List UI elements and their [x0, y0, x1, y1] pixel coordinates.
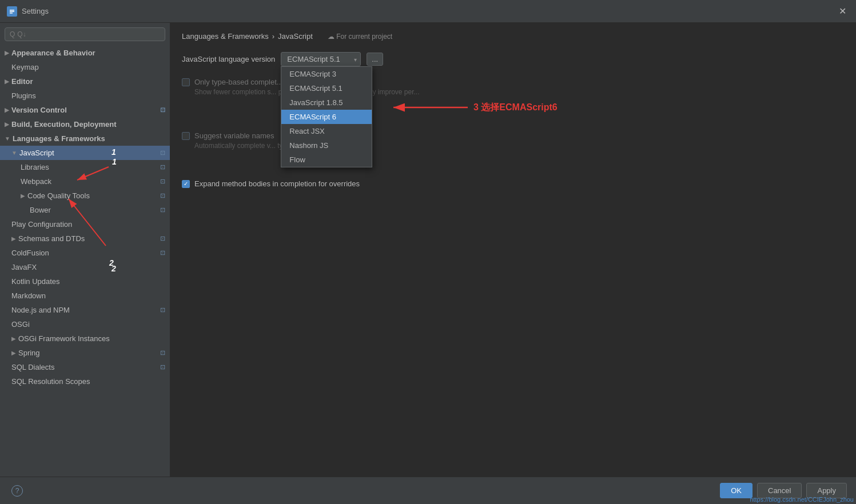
dropdown-item-nashorn[interactable]: Nashorn JS — [281, 138, 372, 153]
sidebar-item-label: Markdown — [11, 291, 46, 300]
sidebar-item-code-quality[interactable]: ▶ Code Quality Tools ⊡ — [0, 189, 170, 203]
sidebar-item-label: Play Configuration — [11, 220, 72, 229]
expand-arrow-js: ▼ — [11, 150, 17, 156]
sidebar: Q ▶ Appearance & Behavior Keymap ▶ Edito… — [0, 23, 170, 477]
sidebar-item-label: Appearance & Behavior — [11, 49, 95, 57]
search-icon: Q — [10, 30, 15, 38]
sidebar-item-osgi-framework[interactable]: ▶ OSGi Framework Instances — [0, 331, 170, 346]
sidebar-item-label: JavaScript — [19, 149, 54, 157]
config-icon-sqld: ⊡ — [160, 363, 165, 371]
sidebar-item-markdown[interactable]: Markdown — [0, 289, 170, 303]
breadcrumb-current: JavaScript — [278, 32, 313, 41]
expand-arrow-lang: ▼ — [5, 135, 10, 142]
title-bar: Settings ✕ — [0, 0, 856, 23]
sidebar-item-version-control[interactable]: ▶ Version Control ⊡ — [0, 103, 170, 117]
checkbox-2[interactable] — [182, 132, 190, 140]
config-icon-node: ⊡ — [160, 306, 165, 314]
dropdown-item-js185[interactable]: JavaScript 1.8.5 — [281, 95, 372, 110]
chevron-down-icon: ▾ — [354, 56, 357, 62]
sidebar-item-label: Bower — [30, 206, 51, 214]
sidebar-item-nodejs[interactable]: Node.js and NPM ⊡ — [0, 303, 170, 317]
checkbox-3-label: Expand method bodies in completion for o… — [194, 179, 845, 188]
sidebar-item-osgi[interactable]: OSGi — [0, 317, 170, 331]
sidebar-item-label: Node.js and NPM — [11, 306, 70, 314]
sidebar-item-editor[interactable]: ▶ Editor — [0, 74, 170, 89]
sidebar-item-keymap[interactable]: Keymap — [0, 60, 170, 74]
sidebar-item-javafx[interactable]: JavaFX — [0, 260, 170, 274]
sidebar-item-coldfusion[interactable]: ColdFusion ⊡ — [0, 246, 170, 260]
sidebar-item-label: JavaFX — [11, 263, 37, 271]
sidebar-item-label: Plugins — [11, 91, 36, 100]
config-icon-cf: ⊡ — [160, 249, 165, 257]
sidebar-item-languages[interactable]: ▼ Languages & Frameworks — [0, 131, 170, 146]
expand-arrow-cq: ▶ — [21, 193, 25, 199]
config-icon-cq: ⊡ — [160, 192, 165, 199]
sidebar-item-webpack[interactable]: Webpack ⊡ — [0, 174, 170, 189]
sidebar-item-bower[interactable]: Bower ⊡ — [0, 203, 170, 217]
checkbox-3[interactable]: ✓ — [182, 180, 190, 188]
ok-button[interactable]: OK — [720, 483, 753, 498]
sidebar-item-label: Languages & Frameworks — [13, 134, 105, 143]
expand-arrow-vc: ▶ — [5, 107, 9, 113]
sidebar-item-label: Kotlin Updates — [11, 277, 60, 286]
sidebar-item-appearance[interactable]: ▶ Appearance & Behavior — [0, 46, 170, 60]
search-input[interactable] — [17, 30, 160, 38]
sidebar-item-kotlin[interactable]: Kotlin Updates — [0, 274, 170, 289]
sidebar-item-plugins[interactable]: Plugins — [0, 89, 170, 103]
expand-arrow-build: ▶ — [5, 121, 9, 127]
main-container: Q ▶ Appearance & Behavior Keymap ▶ Edito… — [0, 23, 856, 477]
bottom-bar: ? OK Cancel Apply — [0, 477, 856, 504]
sidebar-item-label: Version Control — [11, 106, 67, 114]
help-icon[interactable]: ? — [11, 485, 23, 497]
expand-arrow-osgi: ▶ — [11, 335, 16, 342]
config-icon-sd: ⊡ — [160, 235, 165, 242]
dropdown-item-ecma3[interactable]: ECMAScript 3 — [281, 67, 372, 81]
dropdown-selected-value: ECMAScript 5.1 — [287, 55, 340, 63]
dropdown-item-ecma51[interactable]: ECMAScript 5.1 — [281, 81, 372, 95]
config-icon-webpack: ⊡ — [160, 178, 165, 185]
config-icon-js: ⊡ — [160, 149, 165, 157]
sidebar-item-sql-dialects[interactable]: SQL Dialects ⊡ — [0, 360, 170, 374]
sidebar-item-label: ColdFusion — [11, 249, 49, 257]
config-icon-bower: ⊡ — [160, 206, 165, 214]
sidebar-item-label: Code Quality Tools — [27, 191, 90, 200]
sidebar-item-label: OSGi Framework Instances — [18, 334, 110, 343]
window-title: Settings — [22, 7, 49, 15]
sidebar-item-label: Editor — [11, 77, 33, 86]
config-icon-vc: ⊡ — [160, 106, 165, 114]
dropdown-item-ecma6[interactable]: ECMAScript 6 — [281, 110, 372, 124]
sidebar-item-spring[interactable]: ▶ Spring ⊡ — [0, 346, 170, 360]
sidebar-item-label: Keymap — [11, 63, 39, 71]
js-version-label: JavaScript language version — [182, 55, 275, 63]
sidebar-item-label: OSGi — [11, 320, 30, 329]
dots-button[interactable]: ... — [367, 53, 383, 66]
js-version-dropdown[interactable]: ECMAScript 5.1 ▾ — [281, 52, 361, 66]
checkbox-1[interactable] — [182, 78, 190, 86]
sidebar-item-sql-resolution[interactable]: SQL Resolution Scopes — [0, 374, 170, 389]
svg-rect-1 — [10, 10, 14, 11]
sidebar-item-label: SQL Resolution Scopes — [11, 377, 90, 386]
search-box[interactable]: Q — [5, 27, 165, 41]
sidebar-item-play-config[interactable]: Play Configuration — [0, 217, 170, 231]
breadcrumb-separator: › — [272, 32, 274, 41]
sidebar-item-javascript[interactable]: ▼ JavaScript ⊡ — [0, 146, 170, 160]
sidebar-item-libraries[interactable]: Libraries ⊡ — [0, 160, 170, 174]
close-button[interactable]: ✕ — [835, 5, 849, 18]
expand-arrow-sd: ▶ — [11, 235, 16, 242]
dropdown-item-reactjsx[interactable]: React JSX — [281, 124, 372, 138]
sidebar-item-build[interactable]: ▶ Build, Execution, Deployment — [0, 117, 170, 131]
watermark: https://blog.csdn.net/CCIEJohn_zhou — [750, 496, 854, 503]
sidebar-item-schemas-dtds[interactable]: ▶ Schemas and DTDs ⊡ — [0, 231, 170, 246]
sidebar-item-label: SQL Dialects — [11, 363, 54, 371]
expand-arrow-editor: ▶ — [5, 78, 9, 85]
svg-rect-3 — [10, 13, 13, 14]
svg-rect-2 — [10, 11, 14, 12]
help-button[interactable]: ? — [9, 485, 23, 497]
svg-text:3 选择ECMAScript6: 3 选择ECMAScript6 — [473, 102, 558, 112]
for-current-project: ☁ For current project — [328, 33, 392, 41]
breadcrumb: Languages & Frameworks › JavaScript ☁ Fo… — [182, 32, 845, 41]
expand-arrow-appearance: ▶ — [5, 50, 9, 56]
config-icon-libs: ⊡ — [160, 163, 165, 171]
dropdown-item-flow[interactable]: Flow — [281, 153, 372, 167]
js-version-row: JavaScript language version ECMAScript 5… — [182, 52, 845, 66]
